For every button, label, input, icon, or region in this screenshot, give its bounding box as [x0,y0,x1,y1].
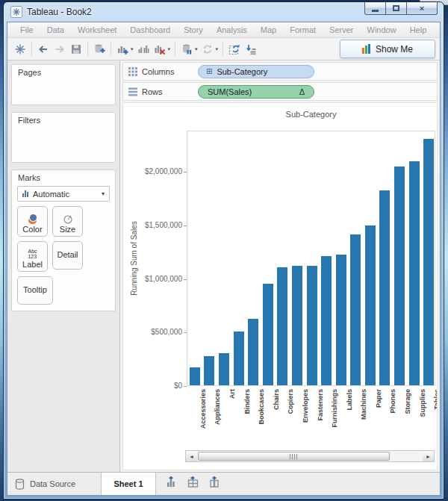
new-dashboard-tab-button[interactable] [187,476,199,491]
mark-type-dropdown[interactable]: Automatic ▾ [17,186,110,202]
menu-item-data[interactable]: Data [40,25,71,34]
x-axis-label-copiers[interactable]: Copiers [286,389,295,441]
horizontal-scrollbar[interactable]: ◄ ► [185,450,435,462]
add-data-source-button[interactable] [91,41,108,57]
bar-furnishings[interactable] [321,256,332,386]
bar-chairs[interactable] [263,284,273,385]
redo-button[interactable] [52,41,68,57]
menu-item-help[interactable]: Help [403,25,434,34]
scroll-right-button[interactable]: ► [423,451,434,461]
menu-item-file[interactable]: File [13,25,40,34]
x-axis-label-phones[interactable]: Phones [388,389,397,441]
new-story-tab-button[interactable] [208,476,221,491]
data-source-tab[interactable]: Data Source [7,473,102,495]
show-me-button[interactable]: Show Me [340,40,435,58]
bar-accessories[interactable] [190,367,200,385]
bar-appliances[interactable] [204,356,214,385]
x-axis-label-binders[interactable]: Binders [243,389,252,441]
x-axis-label-accessories[interactable]: Accessories [199,389,208,441]
color-icon [27,214,39,224]
menu-item-map[interactable]: Map [254,25,283,34]
x-axis-label-machines[interactable]: Machines [359,389,368,441]
pages-shelf[interactable]: Pages [11,64,116,105]
x-axis-label-furnishings[interactable]: Furnishings [330,389,339,441]
menu-item-server[interactable]: Server [323,25,360,34]
expand-icon[interactable]: ⊞ [206,68,212,75]
x-axis-label-chairs[interactable]: Chairs [272,389,281,441]
menu-item-dashboard[interactable]: Dashboard [123,25,177,34]
bar-binders[interactable] [234,332,244,386]
x-axis-label-tables[interactable]: Tables [432,389,438,441]
x-axis-label-fasteners[interactable]: Fasteners [316,389,325,441]
size-icon [63,214,73,224]
bar-fasteners[interactable] [307,266,317,385]
x-axis-label-storage[interactable]: Storage [403,389,412,441]
sheet-tab-label: Sheet 1 [113,479,143,488]
bar-machines[interactable] [350,234,361,385]
sheet-column: Columns ⊞ Sub-Category Rows SUM(Sales) Δ [120,60,440,472]
worksheet-view[interactable]: Sub-Category Running Sum of Sales $0$500… [122,102,438,470]
bar-phones[interactable] [379,190,390,385]
pause-auto-updates-caret-icon[interactable]: ▾ [195,46,198,52]
bar-envelopes[interactable] [292,266,302,385]
y-tick-mark [184,332,187,333]
x-axis-label-supplies[interactable]: Supplies [418,389,427,441]
new-worksheet-caret-icon[interactable]: ▾ [131,46,134,52]
x-axis-label-appliances[interactable]: Appliances [213,389,222,441]
maximize-button[interactable] [386,2,407,15]
tooltip-button[interactable]: Tooltip [17,276,53,305]
bar-paper[interactable] [365,225,376,385]
x-axis-label-art[interactable]: Art [228,389,237,441]
bar-supplies[interactable] [409,161,420,385]
filters-shelf[interactable]: Filters [11,112,116,163]
undo-button[interactable] [35,41,52,57]
save-button[interactable] [68,41,84,57]
menu-item-story[interactable]: Story [177,25,210,34]
plot-area[interactable] [187,131,435,386]
menu-item-analysis[interactable]: Analysis [210,25,254,34]
bar-storage[interactable] [394,167,405,385]
marks-buttons: Color Size Abc 123 Label [12,206,115,305]
chevron-down-icon: ▾ [102,190,105,197]
tableau-logo-icon[interactable] [12,41,28,57]
x-axis-label-bookcases[interactable]: Bookcases [257,389,266,441]
run-update-button[interactable] [226,41,243,57]
sort-button[interactable] [243,41,259,57]
bar-tables[interactable] [423,139,434,385]
color-button[interactable]: Color [17,206,48,237]
columns-pill-sub-category[interactable]: ⊞ Sub-Category [198,65,314,78]
menu-item-window[interactable]: Window [361,25,403,34]
titlebar[interactable]: Tableau - Book2 × [4,2,444,22]
detail-button[interactable]: Detail [52,241,83,270]
bar-labels[interactable] [336,255,346,385]
clear-sheet-caret-icon[interactable]: ▾ [168,46,171,52]
toolbar-separator [223,43,223,56]
new-sheet-buttons [156,473,230,495]
bar-bookcases[interactable] [248,319,258,385]
bar-art[interactable] [219,353,229,385]
scrollbar-track[interactable] [197,451,423,461]
size-button[interactable]: Size [52,206,83,237]
duplicate-sheet-button[interactable] [135,41,152,57]
scrollbar-thumb[interactable] [198,452,390,461]
rows-pill-sum-sales[interactable]: SUM(Sales) Δ [198,85,314,99]
refresh-caret-icon[interactable]: ▾ [216,46,219,52]
close-button[interactable]: × [407,2,438,15]
x-axis-label-envelopes[interactable]: Envelopes [301,389,310,441]
clear-sheet-button[interactable] [152,41,168,57]
x-axis-label-paper[interactable]: Paper [374,389,383,441]
new-worksheet-button[interactable] [114,41,131,57]
new-worksheet-tab-button[interactable] [165,476,178,491]
menu-item-worksheet[interactable]: Worksheet [71,25,123,34]
menu-item-format[interactable]: Format [283,25,323,34]
x-axis-label-labels[interactable]: Labels [345,389,354,441]
rows-shelf[interactable]: Rows SUM(Sales) Δ [122,82,438,101]
refresh-button[interactable] [199,41,216,57]
label-button[interactable]: Abc 123 Label [17,241,48,272]
minimize-button[interactable] [364,2,386,15]
pause-auto-updates-button[interactable] [178,41,195,57]
columns-shelf[interactable]: Columns ⊞ Sub-Category [122,62,438,81]
bar-copiers[interactable] [277,267,287,385]
scroll-left-button[interactable]: ◄ [186,451,197,461]
sheet-tab-sheet1[interactable]: Sheet 1 [102,473,156,495]
